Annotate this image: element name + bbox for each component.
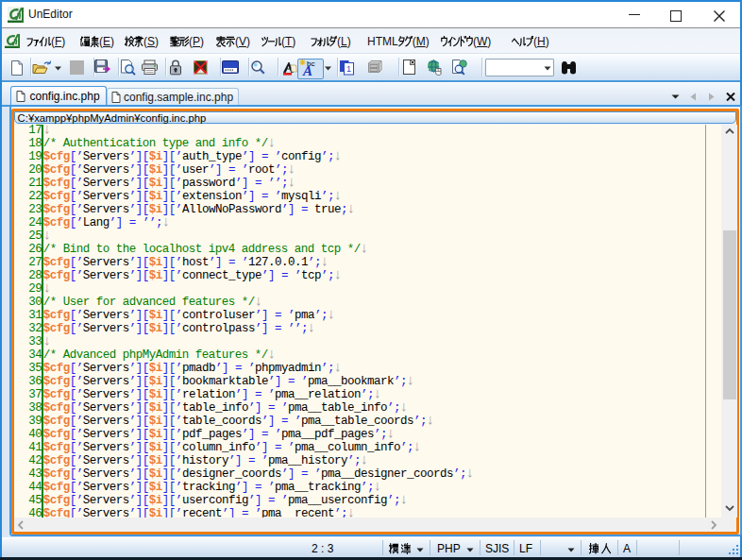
svg-text:1: 1 bbox=[346, 64, 351, 74]
svg-text:A: A bbox=[302, 63, 312, 77]
